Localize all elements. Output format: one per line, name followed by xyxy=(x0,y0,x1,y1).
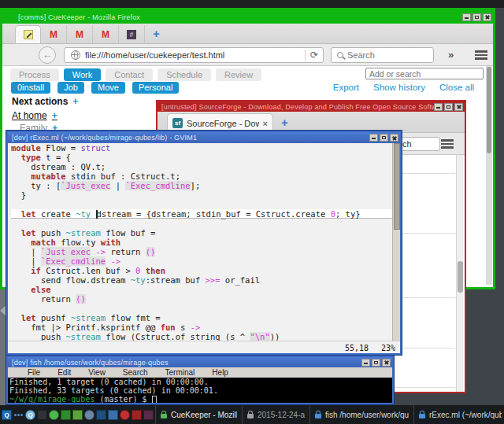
tab-gmail-3[interactable]: M xyxy=(93,25,119,43)
tab-schedule[interactable]: Schedule xyxy=(158,68,211,81)
code-line[interactable]: module Flow = struct xyxy=(11,143,392,153)
qube-blue-icon[interactable]: Q xyxy=(25,410,35,420)
code-line[interactable] xyxy=(11,219,392,228)
sourceforge-titlebar[interactable]: [untrusted] SourceForge - Download, Deve… xyxy=(158,101,465,112)
dots-icon[interactable] xyxy=(13,410,24,420)
maximize-button[interactable] xyxy=(380,134,388,142)
context-button-move[interactable]: Move xyxy=(91,82,125,94)
close-button[interactable] xyxy=(390,134,398,142)
code-line[interactable]: | `Exec_cmdline -> xyxy=(11,256,392,266)
code-line[interactable]: mutable stdin_buf : Cstruct.t; xyxy=(11,171,392,181)
code-line[interactable]: let create ~ty dstream = {dstream; stdin… xyxy=(11,209,392,219)
minimize-button[interactable] xyxy=(369,134,378,142)
gvim-code[interactable]: module Flow = struct type t = { dstream … xyxy=(8,143,392,341)
taskbar-window-button[interactable]: CueKeeper - Mozilla Firefox xyxy=(155,405,242,424)
menu-icon[interactable] xyxy=(441,139,454,149)
tab-process[interactable]: Process xyxy=(10,68,59,81)
code-line[interactable]: let push ~stream flow buf = xyxy=(11,228,392,238)
code-line[interactable] xyxy=(11,200,392,209)
context-button-personal[interactable]: Personal xyxy=(132,82,179,94)
qubes-menu-icon[interactable]: Q xyxy=(2,410,12,420)
add-button[interactable]: + xyxy=(52,110,57,121)
code-line[interactable]: else xyxy=(11,285,392,294)
code-line[interactable]: dstream : QV.t; xyxy=(11,162,392,171)
context-button-job[interactable]: Job xyxy=(57,82,84,94)
code-line[interactable]: ty : [`Just_exec | `Exec_cmdline]; xyxy=(11,181,392,190)
menu-file[interactable]: File xyxy=(19,368,49,377)
code-line[interactable]: send flow.dstream ~ty:stream buf >>= or_… xyxy=(11,275,392,285)
tab-close-icon[interactable]: × xyxy=(263,119,268,128)
reload-icon[interactable]: ⟳ xyxy=(305,50,323,61)
terminal-titlebar[interactable]: [dev] fish /home/user/work/qubes/mirage-… xyxy=(8,357,392,367)
tab-sourceforge[interactable]: sf SourceForge - Downl... × xyxy=(167,113,273,132)
code-line[interactable]: return () xyxy=(11,294,392,304)
tab-contact[interactable]: Contact xyxy=(106,68,153,81)
green-ball-icon[interactable] xyxy=(49,410,59,420)
purple-box-icon[interactable] xyxy=(143,410,154,420)
search-input[interactable] xyxy=(347,50,433,60)
maximize-button[interactable] xyxy=(444,103,453,111)
new-tab-button[interactable]: + xyxy=(281,116,288,129)
terminal-output[interactable]: Finished, 1 target (0 cached) in 00:00:0… xyxy=(8,378,392,403)
minimize-button[interactable] xyxy=(434,103,443,111)
menu-help[interactable]: Help xyxy=(203,368,237,377)
scrollbar-thumb[interactable] xyxy=(458,261,463,293)
gvim-scrollbar[interactable] xyxy=(392,143,400,341)
code-line[interactable]: fmt |> Printf.ksprintf @@ fun s -> xyxy=(11,323,392,332)
green-terminal-icon[interactable] xyxy=(61,410,71,420)
at-home-link[interactable]: At home+ xyxy=(12,110,57,121)
search-bar[interactable] xyxy=(331,47,434,63)
gvim-titlebar[interactable]: [dev] rExec.ml (~/work/qubes/mirage-qube… xyxy=(8,132,400,143)
add-button[interactable]: + xyxy=(72,96,78,107)
minimize-button[interactable] xyxy=(462,13,471,21)
code-line[interactable]: let pushf ~stream flow fmt = xyxy=(11,313,392,323)
tab-review[interactable]: Review xyxy=(216,68,261,81)
close-button[interactable] xyxy=(382,359,391,367)
link-close-all[interactable]: Close all xyxy=(439,83,474,92)
code-line[interactable]: match flow.ty with xyxy=(11,238,392,247)
close-button[interactable] xyxy=(483,13,491,21)
menu-terminal[interactable]: Terminal xyxy=(157,368,204,377)
page-scrollbar[interactable] xyxy=(486,66,492,285)
code-line[interactable]: } xyxy=(11,190,392,200)
code-line[interactable]: type t = { xyxy=(11,153,392,162)
tab-gmail-1[interactable]: M xyxy=(41,25,67,43)
display-icon[interactable] xyxy=(37,410,47,420)
close-button[interactable] xyxy=(454,103,463,111)
blue-app-icon[interactable] xyxy=(108,410,118,420)
new-tab-button[interactable]: + xyxy=(153,27,160,40)
panel-hide-arrow[interactable] xyxy=(0,305,6,316)
menu-icon[interactable] xyxy=(475,50,487,60)
taskbar-window-button[interactable]: rExec.ml (~/work/qube xyxy=(413,405,504,424)
code-line[interactable]: push ~stream flow (Cstruct.of_string (s … xyxy=(11,332,392,341)
cuekeeper-titlebar[interactable]: [comms] CueKeeper - Mozilla Firefox xyxy=(2,10,493,24)
page-scrollbar[interactable] xyxy=(456,155,463,392)
red-box-icon[interactable] xyxy=(132,410,142,420)
add-or-search-input[interactable] xyxy=(365,68,484,79)
link-show-history[interactable]: Show history xyxy=(373,83,425,92)
tab-cuekeeper[interactable] xyxy=(15,25,41,43)
tab-hash[interactable]: # xyxy=(119,25,145,43)
code-line[interactable]: if Cstruct.len buf > 0 then xyxy=(11,266,392,275)
blue-box-icon[interactable] xyxy=(96,410,106,420)
tab-work[interactable]: Work xyxy=(64,68,101,81)
maximize-button[interactable] xyxy=(372,359,380,367)
back-button[interactable]: ← xyxy=(39,46,56,64)
scrollbar-thumb[interactable] xyxy=(487,67,491,153)
menu-view[interactable]: View xyxy=(80,368,114,377)
globe-icon[interactable] xyxy=(84,410,94,420)
link-export[interactable]: Export xyxy=(333,83,359,92)
code-line[interactable] xyxy=(11,304,392,313)
green-app-icon[interactable] xyxy=(72,410,83,420)
code-line[interactable]: | `Just_exec -> return () xyxy=(11,247,392,256)
red-ball-icon[interactable] xyxy=(120,410,130,420)
context-button-0install[interactable]: 0install xyxy=(11,82,50,94)
menu-search[interactable]: Search xyxy=(114,368,157,377)
url-input[interactable] xyxy=(85,50,305,60)
menu-edit[interactable]: Edit xyxy=(49,368,80,377)
maximize-button[interactable] xyxy=(472,13,481,21)
taskbar-window-button[interactable]: fish /home/user/work/qube xyxy=(309,405,413,424)
minimize-button[interactable] xyxy=(361,359,370,367)
taskbar-window-button[interactable]: 2015-12-24-a-unikernel-fir xyxy=(242,405,309,424)
tab-gmail-2[interactable]: M xyxy=(67,25,93,43)
